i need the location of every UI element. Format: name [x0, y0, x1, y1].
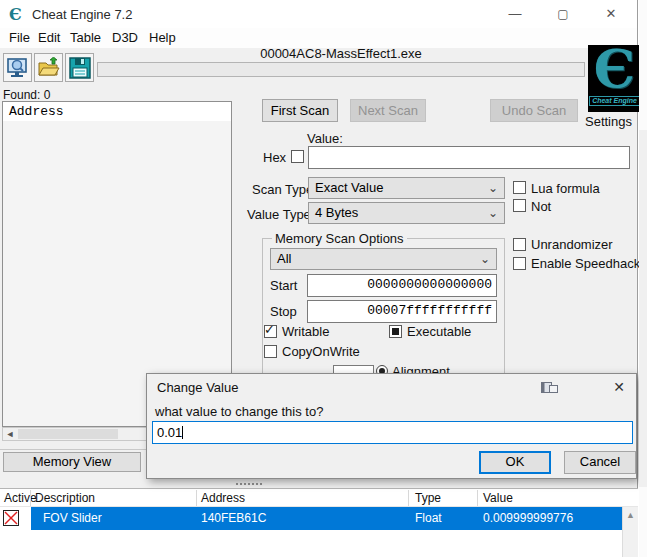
- cancel-button[interactable]: Cancel: [564, 451, 636, 474]
- background-window-edge: [639, 0, 647, 557]
- menu-help[interactable]: Help: [145, 30, 180, 45]
- chevron-down-icon: ⌄: [488, 203, 498, 223]
- cell-value: 0.009999999776: [483, 511, 573, 525]
- col-active[interactable]: Active: [4, 491, 37, 505]
- title-bar[interactable]: Є Cheat Engine 7.2 — ▢ ✕: [0, 0, 637, 28]
- first-scan-button[interactable]: First Scan: [262, 99, 338, 122]
- enable-speedhack-checkbox[interactable]: [513, 257, 526, 270]
- undo-scan-button: Undo Scan: [490, 99, 578, 122]
- col-type[interactable]: Type: [415, 491, 441, 505]
- open-table-button[interactable]: [34, 53, 63, 82]
- table-vscrollbar[interactable]: ▲: [622, 507, 638, 557]
- value-type-value: 4 Bytes: [315, 205, 358, 220]
- settings-link[interactable]: Settings: [585, 114, 637, 129]
- select-process-button[interactable]: [3, 53, 32, 82]
- chevron-down-icon: ⌄: [488, 178, 498, 198]
- col-address[interactable]: Address: [201, 491, 245, 505]
- app-icon: Є: [9, 5, 22, 24]
- col-value[interactable]: Value: [483, 491, 513, 505]
- column-separator[interactable]: [408, 490, 409, 506]
- dialog-close-button[interactable]: ✕: [610, 379, 628, 395]
- col-description[interactable]: Description: [35, 491, 95, 505]
- value-type-label: Value Type: [247, 207, 311, 222]
- hex-label: Hex: [263, 150, 286, 165]
- alignment-value-input[interactable]: [333, 365, 374, 373]
- executable-label: Executable: [407, 324, 471, 339]
- menu-bar: File Edit Table D3D Help: [0, 28, 637, 48]
- close-button[interactable]: ✕: [596, 4, 626, 24]
- attached-process-name: 00004AC8-MassEffect1.exe: [97, 46, 585, 61]
- value-label: Value:: [307, 131, 343, 146]
- value-type-select[interactable]: 4 Bytes ⌄: [308, 202, 505, 224]
- stop-address-input[interactable]: 00007fffffffffff: [307, 300, 497, 323]
- writable-checkbox[interactable]: ✓: [264, 325, 277, 338]
- not-label: Not: [531, 199, 551, 214]
- table-row[interactable]: FOV Slider 140FEB61C Float 0.00999999977…: [0, 507, 622, 530]
- mixed-state-icon: [392, 328, 399, 335]
- unrandomizer-checkbox[interactable]: [513, 238, 526, 251]
- screen: Є Cheat Engine 7.2 — ▢ ✕ File Edit Table…: [0, 0, 647, 557]
- gear-e-icon: Є: [594, 45, 635, 95]
- writable-label: Writable: [282, 324, 329, 339]
- copyonwrite-label: CopyOnWrite: [282, 344, 360, 359]
- cell-address: 140FEB61C: [201, 511, 266, 525]
- menu-d3d[interactable]: D3D: [108, 30, 142, 45]
- copyonwrite-checkbox[interactable]: [264, 345, 277, 358]
- alignment-row-clipped: Alignment: [330, 364, 505, 373]
- menu-edit[interactable]: Edit: [34, 30, 64, 45]
- ok-button[interactable]: OK: [479, 451, 551, 474]
- window-in-window-icon: [541, 382, 558, 393]
- lua-formula-checkbox[interactable]: [513, 181, 526, 194]
- scan-progress-bar: [97, 62, 585, 77]
- scan-value-input[interactable]: [308, 146, 630, 169]
- next-scan-button: Next Scan: [350, 99, 426, 122]
- cheat-table-header: Active Description Address Type Value: [0, 488, 638, 507]
- start-label: Start: [270, 278, 297, 293]
- scan-type-select[interactable]: Exact Value ⌄: [308, 177, 505, 199]
- scroll-left-arrow-icon[interactable]: ◄: [3, 428, 17, 440]
- alignment-label: Alignment: [392, 364, 450, 373]
- minimize-button[interactable]: —: [500, 4, 530, 24]
- column-separator[interactable]: [196, 490, 197, 506]
- menu-file[interactable]: File: [5, 30, 34, 45]
- scan-type-label: Scan Type: [252, 182, 313, 197]
- not-checkbox[interactable]: [513, 199, 526, 212]
- scan-region-value: All: [277, 251, 291, 266]
- window-title: Cheat Engine 7.2: [32, 7, 132, 22]
- executable-checkbox[interactable]: [389, 325, 402, 338]
- dialog-prompt: what value to change this to?: [155, 404, 323, 419]
- change-value-dialog: Change Value ✕ what value to change this…: [146, 373, 637, 479]
- open-folder-icon: [38, 57, 60, 79]
- hex-checkbox[interactable]: [291, 150, 304, 163]
- floppy-disk-icon: [69, 57, 91, 79]
- cell-description: FOV Slider: [43, 511, 102, 525]
- chevron-down-icon: ⌄: [480, 249, 490, 269]
- save-table-button[interactable]: [65, 53, 94, 82]
- memory-view-button[interactable]: Memory View: [3, 452, 141, 472]
- memory-scan-options-label: Memory Scan Options: [272, 231, 407, 246]
- unrandomizer-label: Unrandomizer: [531, 237, 613, 252]
- found-count: Found: 0: [3, 88, 50, 102]
- new-value-input[interactable]: 0.01: [152, 421, 633, 444]
- cheat-engine-logo[interactable]: Є Cheat Engine: [588, 45, 641, 112]
- column-separator[interactable]: [477, 490, 478, 506]
- scan-type-value: Exact Value: [315, 180, 383, 195]
- maximize-button[interactable]: ▢: [548, 4, 578, 24]
- menu-table[interactable]: Table: [66, 30, 105, 45]
- text-caret: [182, 426, 183, 439]
- address-column-header[interactable]: Address: [3, 102, 231, 121]
- dialog-title: Change Value: [157, 380, 238, 395]
- column-separator[interactable]: [30, 490, 31, 506]
- splitter-grip[interactable]: [236, 482, 266, 486]
- scroll-up-arrow-icon[interactable]: ▲: [623, 510, 638, 520]
- red-x-icon: [4, 511, 18, 525]
- check-icon: ✓: [264, 322, 275, 337]
- scan-region-select[interactable]: All ⌄: [270, 248, 497, 270]
- start-address-input[interactable]: 0000000000000000: [307, 274, 497, 297]
- hscroll-thumb[interactable]: [18, 429, 118, 439]
- active-checkbox[interactable]: [3, 510, 19, 526]
- lua-formula-label: Lua formula: [531, 181, 600, 196]
- alignment-radio[interactable]: [376, 365, 388, 373]
- stop-label: Stop: [270, 304, 297, 319]
- monitor-magnifier-icon: [7, 57, 29, 79]
